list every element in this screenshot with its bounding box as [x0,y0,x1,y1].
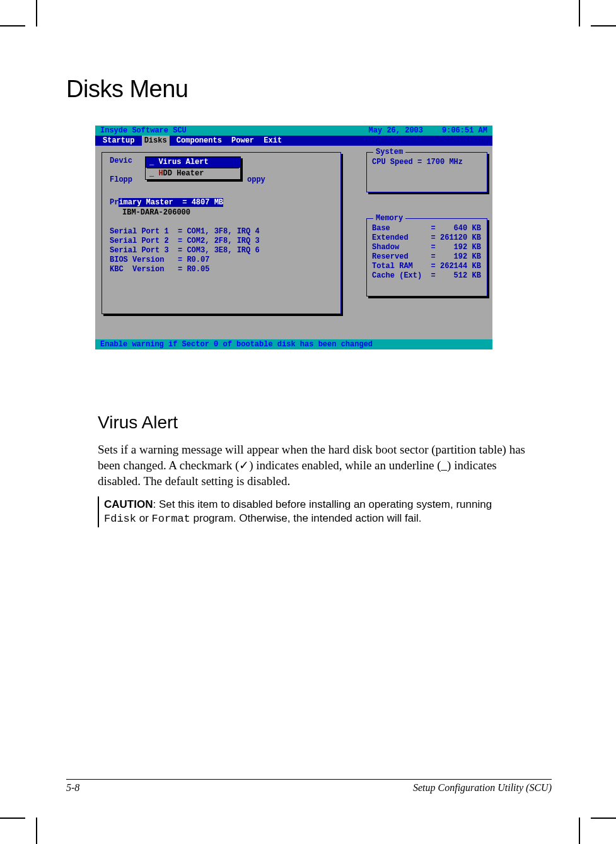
serial-port-2: Serial Port 2 = COM2, 2F8, IRQ 3 [110,237,260,245]
page-footer: 5-8 Setup Configuration Utility (SCU) [66,779,552,794]
crop-mark [36,818,37,844]
devices-label-fragment: Devic [110,156,132,166]
floppy-label-fragment: Flopp [110,175,132,185]
menu-exit[interactable]: Exit [261,136,284,146]
format-command: Format [152,513,190,525]
footer-title: Setup Configuration Utility (SCU) [413,782,552,794]
scu-statusbar: Enable warning if Sector 0 of bootable d… [95,339,492,349]
disks-dropdown[interactable]: _ Virus Alert _ HDD Heater [145,156,241,180]
mem-base: Base = 640 KB [372,224,481,233]
menu-components[interactable]: Components [174,136,224,146]
system-panel-title: System [373,148,405,157]
serial-port-3: Serial Port 3 = COM3, 3E8, IRQ 6 [110,246,260,255]
caution-note: CAUTION: Set this item to disabled befor… [98,496,526,527]
scu-menubar[interactable]: Startup Disks Components Power Exit [95,136,492,146]
crop-mark [579,0,580,26]
fdisk-command: Fdisk [104,513,136,525]
scu-body: Devic Flopp oppy _ Virus Alert _ HDD Hea… [95,146,492,337]
primary-master-row[interactable]: Primary Master = 4807 MB [110,198,223,208]
crop-mark [0,25,25,26]
mem-cache: Cache (Ext) = 512 KB [372,271,481,280]
floppy-trail-fragment: oppy [247,175,265,185]
devices-panel: Devic Flopp oppy _ Virus Alert _ HDD Hea… [102,152,341,314]
mem-reserved: Reserved = 192 KB [372,252,481,261]
mem-shadow: Shadow = 192 KB [372,243,481,252]
bios-version: BIOS Version = R0.07 [110,255,209,264]
section-heading: Virus Alert [98,413,526,433]
crop-mark [36,0,37,26]
scu-screenshot: Insyde Software SCU May 26, 2003 9:06:51… [95,126,492,349]
caution-label: CAUTION [104,498,153,510]
mem-total: Total RAM = 262144 KB [372,262,481,271]
section-body: Sets if a warning message will appear wh… [98,442,526,489]
mem-extended: Extended = 261120 KB [372,233,481,242]
scu-date: May 26, 2003 [369,126,423,136]
page-content: Disks Menu Insyde Software SCU May 26, 2… [66,76,552,527]
dropdown-item-hdd-heater[interactable]: _ HDD Heater [146,168,240,179]
scu-window: Insyde Software SCU May 26, 2003 9:06:51… [95,126,492,349]
serial-port-1: Serial Port 1 = COM1, 3F8, IRQ 4 [110,227,260,236]
document-page: Disks Menu Insyde Software SCU May 26, 2… [0,0,616,844]
memory-panel-title: Memory [373,214,405,223]
crop-mark [579,818,580,844]
kbc-version: KBC Version = R0.05 [110,265,209,274]
memory-panel: Memory Base = 640 KB Extended = 261120 K… [366,218,487,296]
crop-mark [591,25,616,26]
menu-startup[interactable]: Startup [100,136,137,146]
menu-disks[interactable]: Disks [142,136,170,146]
scu-product-name: Insyde Software SCU [100,126,187,136]
scu-titlebar: Insyde Software SCU May 26, 2003 9:06:51… [95,126,492,136]
memory-rows: Base = 640 KB Extended = 261120 KB Shado… [367,219,487,286]
crop-mark [591,818,616,819]
crop-mark [0,818,25,819]
scu-time: 9:06:51 AM [442,126,487,136]
menu-power[interactable]: Power [229,136,257,146]
device-info-block: Serial Port 1 = COM1, 3F8, IRQ 4 Serial … [110,227,260,274]
dropdown-item-virus-alert[interactable]: _ Virus Alert [146,157,240,168]
hdd-model: IBM-DARA-206000 [122,208,190,218]
virus-alert-section: Virus Alert Sets if a warning message wi… [98,413,526,527]
page-number: 5-8 [66,782,79,794]
page-title: Disks Menu [66,76,552,103]
system-panel: System CPU Speed = 1700 MHz [366,152,487,192]
